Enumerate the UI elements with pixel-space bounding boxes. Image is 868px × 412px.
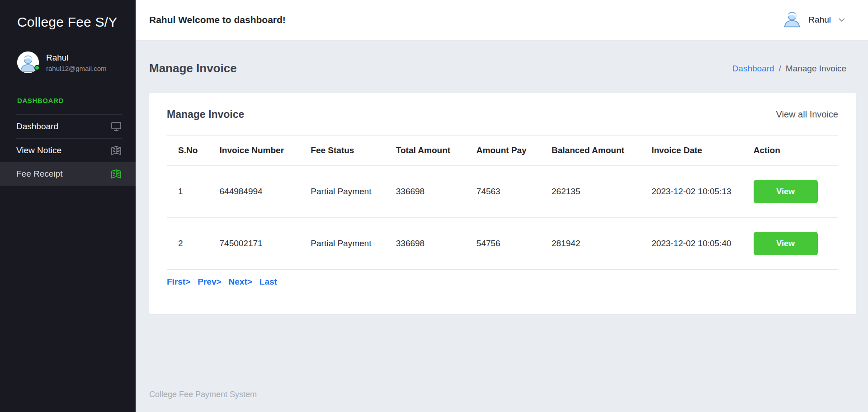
col-header-sno: S.No xyxy=(167,136,209,166)
pagination: First> Prev> Next> Last xyxy=(167,277,838,287)
breadcrumb-current: Manage Invoice xyxy=(786,64,846,74)
cell-sno: 2 xyxy=(167,218,209,270)
pagination-first-link[interactable]: First> xyxy=(167,277,190,287)
col-header-balanced-amount: Balanced Amount xyxy=(541,136,641,166)
cell-fee-status: Partial Payment xyxy=(300,166,385,218)
cell-amount-pay: 54756 xyxy=(466,218,541,270)
view-invoice-button[interactable]: View xyxy=(754,180,818,203)
view-invoice-button[interactable]: View xyxy=(754,232,818,255)
cell-amount-pay: 74563 xyxy=(466,166,541,218)
main-content: Manage Invoice Dashboard / Manage Invoic… xyxy=(136,40,868,412)
cell-fee-status: Partial Payment xyxy=(300,218,385,270)
page-title: Manage Invoice xyxy=(149,61,237,75)
sidebar-item-fee-receipt[interactable]: Fee Receipt xyxy=(0,162,136,186)
welcome-message: Rahul Welcome to dashboard! xyxy=(149,14,286,25)
page-head: Manage Invoice Dashboard / Manage Invoic… xyxy=(136,40,868,75)
table-row: 2 745002171 Partial Payment 336698 54756… xyxy=(167,218,838,270)
cell-balanced-amount: 262135 xyxy=(541,166,641,218)
header-avatar-icon xyxy=(782,9,802,31)
breadcrumb: Dashboard / Manage Invoice xyxy=(732,64,846,74)
top-header: Rahul Welcome to dashboard! Rahul xyxy=(136,0,868,40)
sidebar-item-dashboard[interactable]: Dashboard xyxy=(0,115,136,138)
col-header-fee-status: Fee Status xyxy=(300,136,385,166)
online-status-dot xyxy=(34,65,40,70)
sidebar-item-label: Dashboard xyxy=(16,122,58,131)
col-header-invoice-date: Invoice Date xyxy=(641,136,743,166)
open-book-icon xyxy=(110,145,122,156)
pagination-prev-link[interactable]: Prev> xyxy=(198,277,221,287)
pagination-last-link[interactable]: Last xyxy=(259,277,277,287)
pagination-next-link[interactable]: Next> xyxy=(229,277,252,287)
col-header-invoice-number: Invoice Number xyxy=(209,136,300,166)
cell-total-amount: 336698 xyxy=(385,218,466,270)
sidebar-item-label: View Notice xyxy=(16,145,61,155)
cell-invoice-number: 644984994 xyxy=(209,166,300,218)
card-head: Manage Invoice View all Invoice xyxy=(167,108,838,121)
open-book-icon xyxy=(110,168,122,180)
card-title: Manage Invoice xyxy=(167,108,244,121)
cell-balanced-amount: 281942 xyxy=(541,218,641,270)
user-name: Rahul xyxy=(46,53,107,63)
user-meta: Rahul rahul12@gmail.com xyxy=(46,53,107,72)
user-email: rahul12@gmail.com xyxy=(46,65,107,72)
cell-invoice-number: 745002171 xyxy=(209,218,300,270)
sidebar: College Fee S/Y Rahul rahul12@gmail.com xyxy=(0,0,136,412)
cell-invoice-date: 2023-12-02 10:05:13 xyxy=(641,166,743,218)
app-title: College Fee S/Y xyxy=(0,0,136,30)
chevron-down-icon xyxy=(837,15,846,24)
cell-total-amount: 336698 xyxy=(385,166,466,218)
col-header-action: Action xyxy=(743,136,838,166)
view-all-invoice-link[interactable]: View all Invoice xyxy=(776,109,838,120)
col-header-amount-pay: Amount Pay xyxy=(466,136,541,166)
breadcrumb-separator: / xyxy=(779,64,781,74)
cell-sno: 1 xyxy=(167,166,209,218)
sidebar-item-view-notice[interactable]: View Notice xyxy=(0,139,136,162)
breadcrumb-dashboard-link[interactable]: Dashboard xyxy=(732,64,774,74)
sidebar-item-label: Fee Receipt xyxy=(16,169,62,179)
header-user-menu[interactable]: Rahul xyxy=(782,9,846,31)
sidebar-section-label: DASHBOARD xyxy=(0,73,136,114)
monitor-icon xyxy=(110,121,122,132)
col-header-total-amount: Total Amount xyxy=(385,136,466,166)
cell-invoice-date: 2023-12-02 10:05:40 xyxy=(641,218,743,270)
avatar xyxy=(17,52,39,73)
table-header-row: S.No Invoice Number Fee Status Total Amo… xyxy=(167,136,838,166)
footer-text: College Fee Payment System xyxy=(149,390,257,399)
table-row: 1 644984994 Partial Payment 336698 74563… xyxy=(167,166,838,218)
content-column: Rahul Welcome to dashboard! Rahul xyxy=(136,0,868,412)
header-user-name: Rahul xyxy=(808,15,831,25)
manage-invoice-card: Manage Invoice View all Invoice S.No Inv… xyxy=(149,93,856,314)
footer: College Fee Payment System xyxy=(136,390,868,412)
sidebar-user-block: Rahul rahul12@gmail.com xyxy=(0,30,136,73)
app-root: College Fee S/Y Rahul rahul12@gmail.com xyxy=(0,0,868,412)
invoice-table: S.No Invoice Number Fee Status Total Amo… xyxy=(167,135,838,270)
